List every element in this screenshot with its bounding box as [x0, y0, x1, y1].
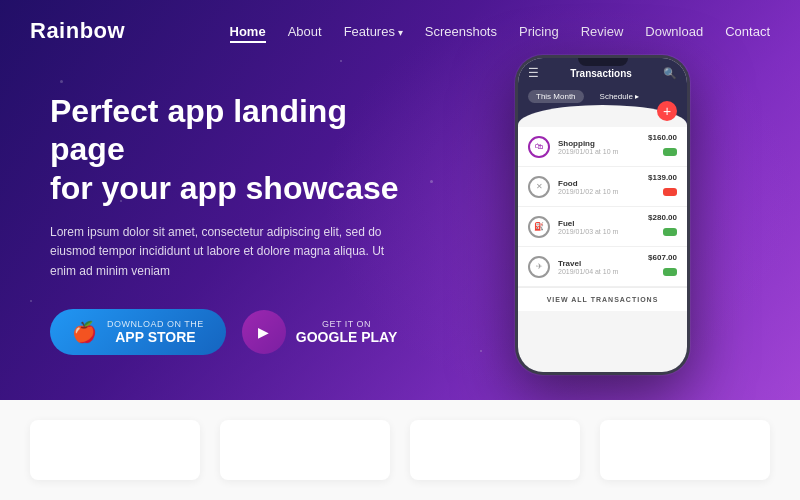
feature-card-3: [410, 420, 580, 480]
nav-link-contact[interactable]: Contact: [725, 24, 770, 39]
nav-link-about[interactable]: About: [288, 24, 322, 39]
tx-badge: [663, 188, 677, 196]
phone-mockup: ☰ Transactions 🔍 This Month Schedule ▸ +…: [515, 55, 690, 375]
tx-info: Shopping 2019/01/01 at 10 m: [558, 139, 640, 155]
hero-section: Rainbow HomeAboutFeaturesScreenshotsPric…: [0, 0, 800, 400]
tx-badge: [663, 148, 677, 156]
apple-icon: 🍎: [72, 320, 97, 344]
tx-amt-value: $280.00: [648, 213, 677, 222]
search-icon: 🔍: [663, 67, 677, 80]
cta-buttons: 🍎 DOWNLOAD ON THE APP STORE ▶ GET IT ON …: [50, 309, 410, 355]
feature-card-4: [600, 420, 770, 480]
googleplay-text: GET IT ON GOOGLE PLAY: [296, 319, 397, 345]
tx-date: 2019/01/02 at 10 m: [558, 188, 640, 195]
nav-link-pricing[interactable]: Pricing: [519, 24, 559, 39]
nav-link-review[interactable]: Review: [581, 24, 624, 39]
googleplay-label-small: GET IT ON: [296, 319, 397, 329]
appstore-text: DOWNLOAD ON THE APP STORE: [107, 319, 204, 345]
tx-icon: 🛍: [528, 136, 550, 158]
feature-card-2: [220, 420, 390, 480]
navbar: Rainbow HomeAboutFeaturesScreenshotsPric…: [0, 0, 800, 62]
menu-icon: ☰: [528, 66, 539, 80]
app-header-title: Transactions: [570, 68, 632, 79]
transaction-item: 🛍 Shopping 2019/01/01 at 10 m $160.00: [518, 127, 687, 167]
play-icon: ▶: [242, 310, 286, 354]
tx-icon: ⛽: [528, 216, 550, 238]
appstore-label-large: APP STORE: [107, 329, 204, 345]
googleplay-label-large: GOOGLE PLAY: [296, 329, 397, 345]
tx-name: Fuel: [558, 219, 640, 228]
tx-info: Food 2019/01/02 at 10 m: [558, 179, 640, 195]
tx-date: 2019/01/03 at 10 m: [558, 228, 640, 235]
appstore-button[interactable]: 🍎 DOWNLOAD ON THE APP STORE: [50, 309, 226, 355]
tx-name: Shopping: [558, 139, 640, 148]
wave-bg: +: [518, 109, 687, 127]
nav-link-home[interactable]: Home: [230, 24, 266, 43]
tx-amt-value: $160.00: [648, 133, 677, 142]
tab-this-month[interactable]: This Month: [528, 90, 584, 103]
tx-amount: $280.00: [648, 213, 677, 240]
hero-title-line2: for your app showcase: [50, 170, 399, 206]
tx-amt-value: $139.00: [648, 173, 677, 182]
transactions-list: 🛍 Shopping 2019/01/01 at 10 m $160.00 ✕ …: [518, 127, 687, 287]
transaction-item: ✕ Food 2019/01/02 at 10 m $139.00: [518, 167, 687, 207]
tx-info: Fuel 2019/01/03 at 10 m: [558, 219, 640, 235]
tx-info: Travel 2019/01/04 at 10 m: [558, 259, 640, 275]
below-hero-section: [0, 400, 800, 500]
phone-notch: [578, 58, 628, 66]
tx-date: 2019/01/01 at 10 m: [558, 148, 640, 155]
nav-links: HomeAboutFeaturesScreenshotsPricingRevie…: [230, 22, 770, 40]
googleplay-button[interactable]: ▶ GET IT ON GOOGLE PLAY: [242, 309, 397, 355]
phone-frame: ☰ Transactions 🔍 This Month Schedule ▸ +…: [515, 55, 690, 375]
brand-logo: Rainbow: [30, 18, 125, 44]
appstore-label-small: DOWNLOAD ON THE: [107, 319, 204, 329]
transaction-item: ✈ Travel 2019/01/04 at 10 m $607.00: [518, 247, 687, 287]
tx-name: Food: [558, 179, 640, 188]
nav-link-features[interactable]: Features: [344, 24, 403, 39]
tx-badge: [663, 268, 677, 276]
phone-screen: ☰ Transactions 🔍 This Month Schedule ▸ +…: [518, 58, 687, 372]
transaction-item: ⛽ Fuel 2019/01/03 at 10 m $280.00: [518, 207, 687, 247]
nav-link-screenshots[interactable]: Screenshots: [425, 24, 497, 39]
view-all-button[interactable]: VIEW ALL TRANSACTIONS: [518, 287, 687, 311]
tx-name: Travel: [558, 259, 640, 268]
hero-subtitle: Lorem ipsum dolor sit amet, consectetur …: [50, 223, 410, 281]
fab-button[interactable]: +: [657, 101, 677, 121]
tx-amount: $160.00: [648, 133, 677, 160]
hero-title: Perfect app landing page for your app sh…: [50, 92, 410, 207]
tx-amount: $139.00: [648, 173, 677, 200]
tab-schedule[interactable]: Schedule ▸: [592, 90, 648, 103]
tx-amount: $607.00: [648, 253, 677, 280]
hero-content: Perfect app landing page for your app sh…: [0, 62, 460, 385]
tx-icon: ✕: [528, 176, 550, 198]
tx-date: 2019/01/04 at 10 m: [558, 268, 640, 275]
tx-badge: [663, 228, 677, 236]
tx-icon: ✈: [528, 256, 550, 278]
hero-title-line1: Perfect app landing page: [50, 93, 347, 167]
tx-amt-value: $607.00: [648, 253, 677, 262]
feature-card-1: [30, 420, 200, 480]
nav-link-download[interactable]: Download: [645, 24, 703, 39]
